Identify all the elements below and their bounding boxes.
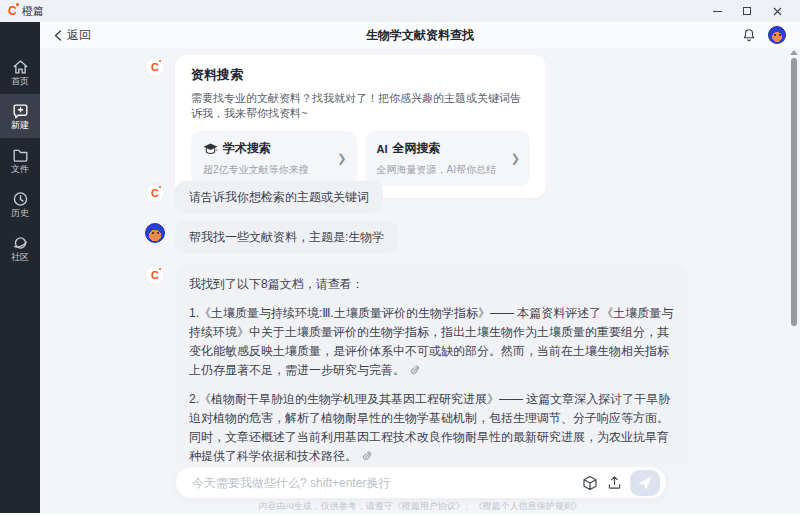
academic-search-subtitle: 超2亿专业文献等你来搜	[203, 163, 333, 177]
chevron-right-icon: ❯	[337, 152, 346, 165]
folder-icon	[12, 147, 29, 163]
notifications-button[interactable]	[742, 28, 756, 42]
bot-message: 请告诉我你想检索的主题或关键词	[175, 181, 383, 213]
chengpian-logo-icon: C	[8, 5, 17, 17]
academic-search-card[interactable]: 学术搜索 超2亿专业文献等你来搜 ❯	[191, 131, 357, 186]
chevron-left-icon	[54, 30, 62, 41]
bot-avatar: C	[145, 265, 165, 285]
link-icon[interactable]	[361, 451, 372, 462]
bot-message-text: 请告诉我你想检索的主题或关键词	[189, 190, 369, 204]
maximize-button[interactable]	[732, 0, 762, 22]
message-inputbox	[175, 466, 667, 499]
message-input[interactable]	[192, 476, 578, 490]
back-label: 返回	[67, 27, 91, 44]
user-message: 帮我找一些文献资料，主题是:生物学	[175, 221, 398, 253]
scrollbar-thumb[interactable]	[791, 58, 797, 326]
sidebar-item-community[interactable]: 社区	[0, 226, 40, 270]
home-icon	[12, 59, 29, 75]
user-message-text: 帮我找一些文献资料，主题是:生物学	[189, 230, 384, 244]
document-item: 1.《土壤质量与持续环境:Ⅲ.土壤质量评价的生物学指标》—— 本篇资料评述了《土…	[189, 304, 674, 380]
intro-card-title: 资料搜索	[191, 66, 530, 84]
maximize-icon	[743, 7, 751, 15]
close-icon	[773, 7, 782, 16]
send-icon	[638, 476, 652, 490]
upload-button[interactable]	[602, 471, 626, 495]
bot-avatar: C	[145, 57, 165, 77]
bot-avatar: C	[145, 183, 165, 203]
app-title: 橙篇	[22, 4, 44, 19]
new-chat-icon	[12, 103, 29, 119]
upload-icon	[607, 475, 622, 490]
send-button[interactable]	[630, 470, 660, 496]
tools-button[interactable]	[578, 471, 602, 495]
header: 生物学文献资料查找 返回	[40, 22, 800, 48]
back-button[interactable]: 返回	[54, 27, 91, 44]
page-title: 生物学文献资料查找	[40, 27, 800, 44]
history-icon	[12, 191, 29, 207]
search-intro-card: 资料搜索 需要找专业的文献资料？找我就对了！把你感兴趣的主题或关键词告诉我，我来…	[175, 55, 546, 198]
bell-icon	[742, 28, 756, 42]
academic-search-title: 学术搜索	[223, 140, 271, 157]
sidebar-item-label: 历史	[11, 209, 29, 218]
sidebar-item-history[interactable]: 历史	[0, 182, 40, 226]
intro-card-description: 需要找专业的文献资料？找我就对了！把你感兴趣的主题或关键词告诉我，我来帮你找资料…	[191, 91, 530, 121]
web-search-subtitle: 全网海量资源，AI帮你总结	[377, 163, 507, 177]
chat-area: C 资料搜索 需要找专业的文献资料？找我就对了！把你感兴趣的主题或关键词告诉我，…	[40, 48, 800, 513]
document-text: 1.《土壤质量与持续环境:Ⅲ.土壤质量评价的生物学指标》—— 本篇资料评述了《土…	[189, 306, 673, 377]
user-message-avatar	[145, 223, 165, 243]
document-item: 2.《植物耐干旱胁迫的生物学机理及其基因工程研究进展》—— 这篇文章深入探讨了干…	[189, 390, 674, 466]
sidebar-item-label: 文件	[11, 165, 29, 174]
graduation-cap-icon	[203, 143, 218, 155]
chevron-right-icon: ❯	[511, 152, 520, 165]
ai-disclaimer: 内容由AI生成，仅供参考，请遵守《橙篇用户协议》、《橙篇个人信息保护规则》	[40, 500, 800, 513]
community-icon	[12, 235, 29, 251]
scrollbar-up-arrow[interactable]	[790, 50, 798, 55]
cube-icon	[582, 475, 598, 491]
sidebar: 首页 新建 文件 历史 社区	[0, 22, 40, 513]
sidebar-item-files[interactable]: 文件	[0, 138, 40, 182]
results-intro: 我找到了以下8篇文档，请查看：	[189, 275, 674, 294]
user-avatar[interactable]	[768, 26, 786, 44]
sidebar-item-new[interactable]: 新建	[0, 94, 40, 138]
web-search-title: 全网搜索	[393, 140, 441, 157]
close-button[interactable]	[762, 0, 792, 22]
minimize-icon	[713, 11, 722, 12]
app-window: C 橙篇 首页 新建 文件 历史 社区 生物学文献	[0, 0, 800, 516]
document-text: 2.《植物耐干旱胁迫的生物学机理及其基因工程研究进展》—— 这篇文章深入探讨了干…	[189, 392, 670, 463]
sidebar-item-label: 首页	[11, 77, 29, 86]
link-icon[interactable]	[409, 365, 420, 376]
minimize-button[interactable]	[702, 0, 732, 22]
ai-icon: AI	[377, 143, 388, 155]
sidebar-item-label: 新建	[11, 121, 29, 130]
sidebar-item-home[interactable]: 首页	[0, 50, 40, 94]
sidebar-item-label: 社区	[11, 253, 29, 262]
web-search-card[interactable]: AI 全网搜索 全网海量资源，AI帮你总结 ❯	[365, 131, 531, 186]
titlebar: C 橙篇	[0, 0, 800, 22]
